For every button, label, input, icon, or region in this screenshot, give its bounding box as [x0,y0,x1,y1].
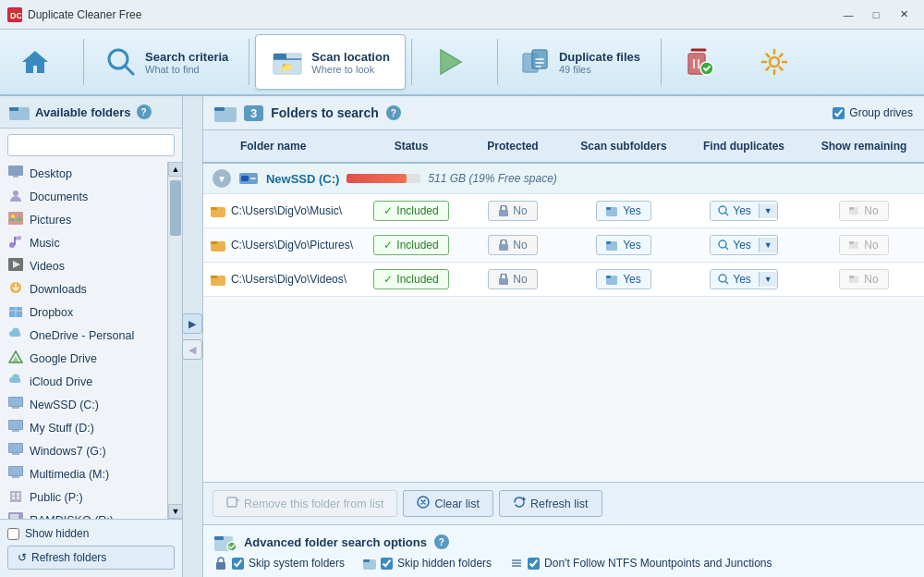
folder-list-item[interactable]: Music [0,231,167,254]
remove-folder-from-list-button[interactable]: Remove this folder from list [213,490,397,517]
find-duplicates-control: Yes ▼ [710,201,778,221]
find-duplicates-yes-button[interactable]: Yes [711,270,759,288]
maximize-button[interactable]: □ [863,6,889,24]
right-panel-help[interactable]: ? [386,105,401,120]
scan-subfolders-button[interactable]: Yes [596,235,651,255]
svg-rect-68 [499,244,508,251]
folder-icon [7,235,24,251]
folder-list-item[interactable]: Windows7 (G:) [0,439,167,462]
dont-follow-ntfs-option[interactable]: Don't Follow NTFS Mountpoints and Juncti… [510,557,772,570]
folder-icon [7,304,24,320]
scroll-thumb[interactable] [170,180,181,236]
search-criteria-icon [104,45,138,79]
show-remaining-icon [849,205,860,216]
scan-subfolders-label: Yes [623,204,641,217]
status-label: Included [396,239,438,252]
svg-rect-93 [363,559,370,562]
left-scrollbar[interactable]: ▲ ▼ [167,162,182,519]
drive-collapse-button[interactable]: ▼ [213,169,231,188]
group-drives-option[interactable]: Group drives [833,106,913,119]
close-button[interactable]: ✕ [891,6,917,24]
skip-hidden-folders-checkbox[interactable] [381,558,393,570]
show-hidden-option[interactable]: Show hidden [7,527,175,540]
folder-list-item[interactable]: Dropbox [0,301,167,324]
add-folder-button[interactable]: ▶ [182,313,202,334]
show-remaining-button[interactable]: No [839,235,888,255]
settings-button[interactable] [743,34,817,90]
folder-list-item[interactable]: Pictures [0,208,167,231]
scan-subfolders-button[interactable]: Yes [596,269,651,289]
folder-list-item[interactable]: Documents [0,185,167,208]
folder-icon [7,466,24,482]
status-button[interactable]: ✓ Included [373,201,448,221]
find-duplicates-yes-button[interactable]: Yes [711,236,759,254]
minimize-button[interactable]: — [835,6,861,24]
protected-button[interactable]: No [488,269,537,289]
scan-location-button[interactable]: 📁 Scan location Where to look [255,34,406,90]
scan-button[interactable] [418,34,492,90]
skip-hidden-folders-label: Skip hidden folders [397,557,492,570]
skip-hidden-folders-option[interactable]: Skip hidden folders [363,557,492,570]
folder-list-item[interactable]: My Stuff (D:) [0,416,167,439]
remove-folder-button[interactable]: ◀ [182,339,202,360]
find-duplicates-dropdown[interactable]: ▼ [759,203,777,218]
right-panel: 3 Folders to search ? Group drives Folde… [203,96,924,577]
toolbar-sep-5 [661,39,662,85]
folder-icon [7,512,24,519]
home-button[interactable] [4,34,78,90]
folder-list-item[interactable]: iCloud Drive [0,370,167,393]
folder-list-item[interactable]: OneDrive - Personal [0,324,167,347]
find-duplicates-yes-button[interactable]: Yes [711,202,759,220]
scan-location-icon: 📁 [271,45,304,79]
status-cell: ✓ Included [360,231,462,259]
protected-button[interactable]: No [488,235,537,255]
group-drives-checkbox[interactable] [833,107,845,119]
folder-item-name: Windows7 (G:) [30,445,106,458]
refresh-list-button[interactable]: Refresh list [499,490,602,517]
show-remaining-button[interactable]: No [839,201,888,221]
folder-list-item[interactable]: Desktop [0,162,167,185]
advanced-help[interactable]: ? [434,534,449,549]
show-hidden-checkbox[interactable] [7,528,19,540]
show-remaining-button[interactable]: No [839,269,888,289]
find-duplicates-dropdown[interactable]: ▼ [759,272,777,287]
skip-system-folders-checkbox[interactable] [232,558,244,570]
skip-system-folders-option[interactable]: Skip system folders [214,557,345,570]
duplicate-files-button[interactable]: Duplicate files 49 files [504,34,655,90]
svg-point-21 [13,190,18,196]
table-row[interactable]: C:\Users\DigVo\Music\ ✓ Included No [203,194,924,228]
available-folders-help[interactable]: ? [137,104,152,119]
folder-list-item[interactable]: RAMDISKO (R:) [0,509,167,519]
table-row[interactable]: C:\Users\DigVo\Pictures\ ✓ Included No [203,228,924,263]
advanced-title: Advanced folder search options [244,535,427,549]
folder-list-item[interactable]: NewSSD (C:) [0,393,167,416]
folder-list-item[interactable]: Multimedia (M:) [0,462,167,485]
svg-point-62 [719,206,726,214]
folder-list-item[interactable]: Downloads [0,277,167,301]
scan-subfolders-button[interactable]: Yes [596,201,651,221]
clear-list-button[interactable]: Clear list [403,490,493,517]
check-icon: ✓ [383,273,393,286]
show-remaining-label: No [864,273,878,286]
status-button[interactable]: ✓ Included [373,269,448,289]
folder-icon [7,212,24,227]
dont-follow-ntfs-checkbox[interactable] [528,558,540,570]
refresh-folders-button[interactable]: ↺ Refresh folders [7,546,175,570]
folder-list-item[interactable]: Google Drive [0,347,167,370]
table-row[interactable]: C:\Users\DigVo\Videos\ ✓ Included No [203,263,924,297]
status-button[interactable]: ✓ Included [373,235,448,255]
delete-button[interactable] [667,34,741,90]
drive-row[interactable]: ▼ NewSSD (C:) 511 GB (19% Free space) [203,164,924,194]
svg-line-72 [725,247,728,250]
search-icon [718,205,729,216]
scroll-down-arrow[interactable]: ▼ [168,504,182,519]
folder-list-item[interactable]: Videos [0,254,167,277]
available-folders-title: Available folders [35,105,131,119]
find-duplicates-dropdown[interactable]: ▼ [759,238,777,252]
folder-search-input[interactable] [7,134,175,156]
folder-list-item[interactable]: Public (P:) [0,485,167,509]
scroll-up-arrow[interactable]: ▲ [168,162,182,177]
protected-button[interactable]: No [488,201,537,221]
svg-rect-79 [606,276,611,278]
search-criteria-button[interactable]: Search criteria What to find [90,34,243,90]
